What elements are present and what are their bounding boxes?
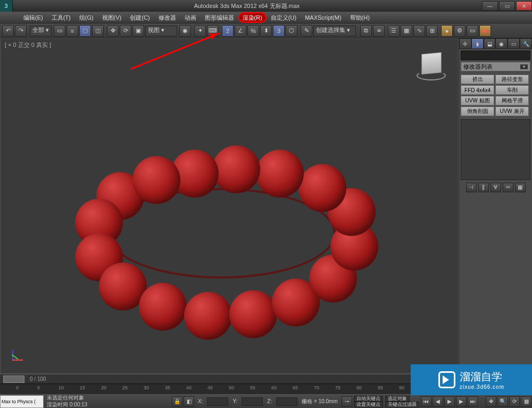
mod-uvwmap[interactable]: UVW 贴图 [461, 96, 494, 105]
x-coord-field[interactable] [207, 397, 228, 406]
curve-editor-button[interactable]: ∿ [413, 25, 425, 37]
mod-meshsmooth[interactable]: 网格平滑 [495, 96, 529, 105]
selection-filter[interactable]: 全部 ▾ [30, 26, 52, 36]
select-rotate-button[interactable]: ⟳ [120, 25, 131, 37]
select-object-button[interactable]: ▭ [54, 25, 65, 37]
minimize-button[interactable]: — [482, 1, 498, 11]
graphite-button[interactable]: ▦ [401, 25, 412, 37]
mod-extrude[interactable]: 挤出 [461, 75, 494, 84]
create-tab[interactable]: ✢ [459, 38, 471, 49]
use-center-button[interactable]: ◉ [179, 25, 191, 37]
menu-rendering[interactable]: 渲染(R) [238, 12, 267, 23]
named-selection-sets[interactable]: 创建选择集 ▾ [313, 26, 356, 36]
menu-create[interactable]: 创建(C) [126, 12, 154, 23]
snap-3d-button[interactable]: 3 [273, 25, 285, 37]
modifier-list-dropdown[interactable]: 修改器列表▼ [461, 62, 530, 71]
select-scale-button[interactable]: ▣ [132, 25, 144, 37]
status-bar: Max to Physcs ( 未选定任何对象 渲染时间 0:00:13 🔒 ◧… [0, 394, 532, 408]
rendered-frame-button[interactable]: ▭ [467, 25, 478, 37]
key-mode-button[interactable]: ⊸ [342, 396, 352, 407]
viewcube-ring[interactable] [417, 71, 446, 80]
mod-lathe[interactable]: 车削 [495, 85, 529, 95]
snap-2d-button[interactable]: 2 [222, 25, 234, 37]
menu-modifiers[interactable]: 修改器 [154, 12, 180, 23]
object-name-field[interactable] [461, 51, 530, 60]
play-icon [438, 371, 455, 388]
percent-snap-button[interactable]: % [247, 25, 259, 37]
menu-edit[interactable]: 编辑(E) [19, 12, 47, 23]
redo-button[interactable]: ↷ [15, 25, 27, 37]
select-rectangle-button[interactable]: ▢ [79, 25, 91, 37]
watermark: 溜溜自学 zixue.3d66.com [411, 364, 532, 395]
close-button[interactable]: ✕ [516, 1, 532, 11]
maxscript-listener[interactable]: Max to Physcs ( [0, 395, 44, 408]
edit-selection-set-button[interactable]: ✎ [301, 25, 312, 37]
scene-object-beads[interactable] [64, 135, 384, 337]
mirror-button[interactable]: ⧉ [360, 25, 372, 37]
key-filters-button[interactable]: 关键点过滤器 [385, 402, 419, 407]
viewcube[interactable] [415, 50, 447, 81]
modify-tab[interactable]: ◗ [471, 38, 484, 49]
motion-tab[interactable]: ◉ [495, 38, 508, 49]
angle-snap-button[interactable]: ∠ [235, 25, 246, 37]
render-production-button[interactable]: 🫖 [479, 25, 491, 37]
menu-animation[interactable]: 动画 [180, 12, 201, 23]
menu-bar: 编辑(E) 工具(T) 组(G) 视图(V) 创建(C) 修改器 动画 图形编辑… [0, 12, 532, 23]
y-coord-field[interactable] [242, 397, 263, 406]
mod-unwrap[interactable]: UVW 展开 [495, 107, 529, 116]
time-slider-position: 0 / 100 [30, 376, 46, 382]
play-button[interactable]: ▶ [444, 396, 455, 407]
remove-modifier-button[interactable]: ✂ [503, 183, 513, 192]
material-editor-button[interactable]: ● [441, 25, 453, 37]
time-slider-handle[interactable] [3, 376, 24, 383]
isolate-button[interactable]: ◧ [184, 396, 194, 407]
align-button[interactable]: ≑ [373, 25, 385, 37]
command-panel: ✢ ◗ ⬓ ◉ ▭ 🔧 修改器列表▼ 挤出 路径变形 FFD 4x4x4 车削 … [459, 38, 532, 374]
select-by-name-button[interactable]: ≡ [66, 25, 78, 37]
show-end-result-button[interactable]: ‖ [478, 183, 489, 192]
menu-help[interactable]: 帮助(H) [346, 12, 374, 23]
set-key-button[interactable]: 设置关键点 [354, 402, 383, 407]
restore-button[interactable]: ▭ [499, 1, 515, 11]
spinner-snap-button[interactable]: ⬍ [260, 25, 272, 37]
menu-customize[interactable]: 自定义(U) [267, 12, 301, 23]
menu-graph-editors[interactable]: 图形编辑器 [201, 12, 238, 23]
schematic-view-button[interactable]: ⊞ [426, 25, 438, 37]
selection-lock-button[interactable]: 🔒 [172, 396, 182, 407]
display-tab[interactable]: ▭ [508, 38, 520, 49]
ref-coord-system[interactable]: 视图 ▾ [145, 26, 177, 36]
viewport-label[interactable]: [ + 0 正交 0 真实 ] [5, 41, 51, 49]
pin-stack-button[interactable]: ⊣ [466, 183, 477, 192]
layer-manager-button[interactable]: ☰ [388, 25, 400, 37]
grid-status: 栅格 = 10.0mm [298, 398, 341, 405]
zoom-button[interactable]: 🔍 [497, 396, 508, 407]
configure-sets-button[interactable]: ▦ [515, 183, 526, 192]
utilities-tab[interactable]: 🔧 [520, 38, 532, 49]
goto-end-button[interactable]: ⏭ [468, 396, 478, 407]
make-unique-button[interactable]: ∀ [491, 183, 501, 192]
menu-group[interactable]: 组(G) [75, 12, 98, 23]
modifier-stack[interactable] [461, 119, 530, 180]
goto-start-button[interactable]: ⏮ [421, 396, 431, 407]
mod-pathdeform[interactable]: 路径变形 [495, 75, 529, 84]
window-crossing-button[interactable]: ◫ [92, 25, 104, 37]
prev-frame-button[interactable]: ◀ [433, 396, 443, 407]
pan-view-button[interactable]: ✥ [486, 396, 496, 407]
hierarchy-tab[interactable]: ⬓ [484, 38, 496, 49]
orbit-button[interactable]: ⟳ [509, 396, 520, 407]
next-frame-button[interactable]: ▶ [456, 396, 467, 407]
maximize-viewport-button[interactable]: ▦ [521, 396, 531, 407]
z-coord-field[interactable] [276, 397, 297, 406]
mod-ffd[interactable]: FFD 4x4x4 [461, 85, 494, 95]
menu-tools[interactable]: 工具(T) [47, 12, 75, 23]
undo-button[interactable]: ↶ [2, 25, 14, 37]
menu-maxscript[interactable]: MAXScript(M) [301, 12, 345, 23]
viewport-perspective[interactable]: [ + 0 正交 0 真实 ] [0, 38, 459, 374]
menu-views[interactable]: 视图(V) [98, 12, 126, 23]
select-manipulate-button[interactable]: ✦ [194, 25, 206, 37]
render-setup-button[interactable]: ⚙ [454, 25, 466, 37]
select-move-button[interactable]: ✥ [107, 25, 119, 37]
app-logo[interactable]: 3 [0, 0, 13, 12]
snap-toggle-button[interactable]: ⬡ [286, 25, 297, 37]
mod-bevelprofile[interactable]: 倒角剖面 [461, 107, 494, 116]
